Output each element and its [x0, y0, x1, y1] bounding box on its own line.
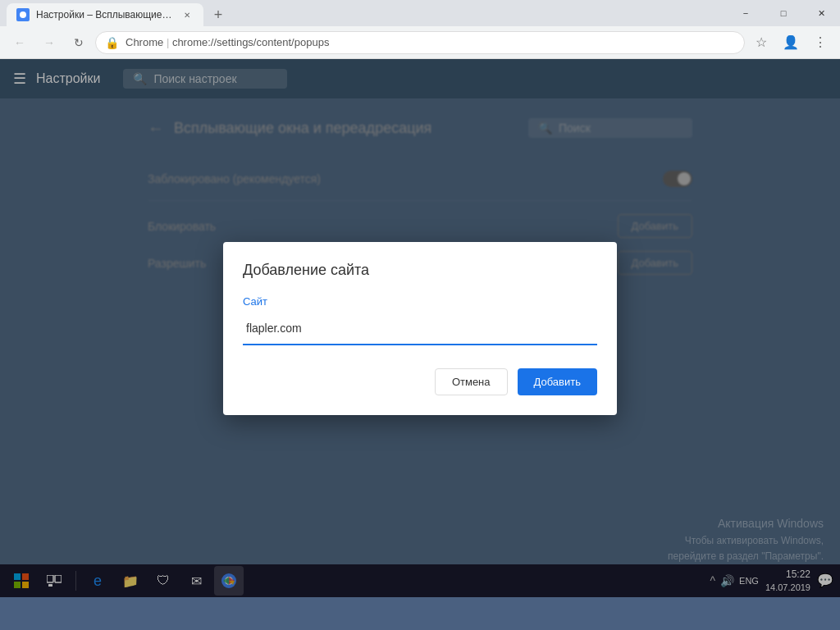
modal-overlay: Добавление сайта Сайт Отмена Добавить	[0, 59, 840, 597]
add-button[interactable]: Добавить	[518, 368, 597, 395]
minimize-button[interactable]: −	[727, 0, 765, 26]
tab-favicon	[16, 8, 30, 21]
browser-window: Настройки – Всплывающие ок... ✕ + − □ ✕ …	[0, 0, 840, 630]
title-bar: Настройки – Всплывающие ок... ✕ + − □ ✕	[0, 0, 840, 26]
modal-field-label: Сайт	[243, 295, 597, 308]
refresh-button[interactable]: ↻	[66, 30, 92, 56]
settings-page: ☰ Настройки 🔍 Поиск настроек ← Всплывающ…	[0, 59, 840, 597]
address-right-icons: ☆ 👤 ⋮	[748, 30, 833, 56]
chrome-label: Chrome	[126, 36, 163, 48]
add-site-modal: Добавление сайта Сайт Отмена Добавить	[223, 242, 617, 415]
maximize-button[interactable]: □	[765, 0, 802, 26]
address-url: chrome://settings/content/popups	[172, 36, 330, 48]
tab-close-button[interactable]: ✕	[180, 8, 194, 21]
new-tab-button[interactable]: +	[207, 3, 230, 26]
tab-title: Настройки – Всплывающие ок...	[36, 9, 174, 21]
tab-bar: Настройки – Всплывающие ок... ✕ +	[0, 0, 727, 26]
address-separator: |	[167, 36, 172, 48]
page-area: ☰ Настройки 🔍 Поиск настроек ← Всплывающ…	[0, 59, 840, 597]
lock-icon: 🔒	[105, 36, 119, 49]
window-controls: − □ ✕	[727, 0, 840, 26]
address-input[interactable]: Chrome | chrome://settings/content/popup…	[95, 31, 745, 54]
modal-title: Добавление сайта	[243, 262, 597, 279]
back-button[interactable]: ←	[7, 30, 33, 56]
active-tab[interactable]: Настройки – Всплывающие ок... ✕	[7, 3, 203, 26]
cancel-button[interactable]: Отмена	[435, 368, 508, 395]
close-button[interactable]: ✕	[802, 0, 840, 26]
menu-icon[interactable]: ⋮	[807, 30, 833, 56]
svg-point-0	[20, 11, 26, 18]
profile-icon[interactable]: 👤	[778, 30, 804, 56]
modal-site-input[interactable]	[243, 313, 597, 345]
bookmark-icon[interactable]: ☆	[748, 30, 774, 56]
forward-button[interactable]: →	[36, 30, 62, 56]
address-text: Chrome | chrome://settings/content/popup…	[126, 36, 329, 48]
address-bar: ← → ↻ 🔒 Chrome | chrome://settings/conte…	[0, 26, 840, 59]
modal-actions: Отмена Добавить	[243, 368, 597, 395]
